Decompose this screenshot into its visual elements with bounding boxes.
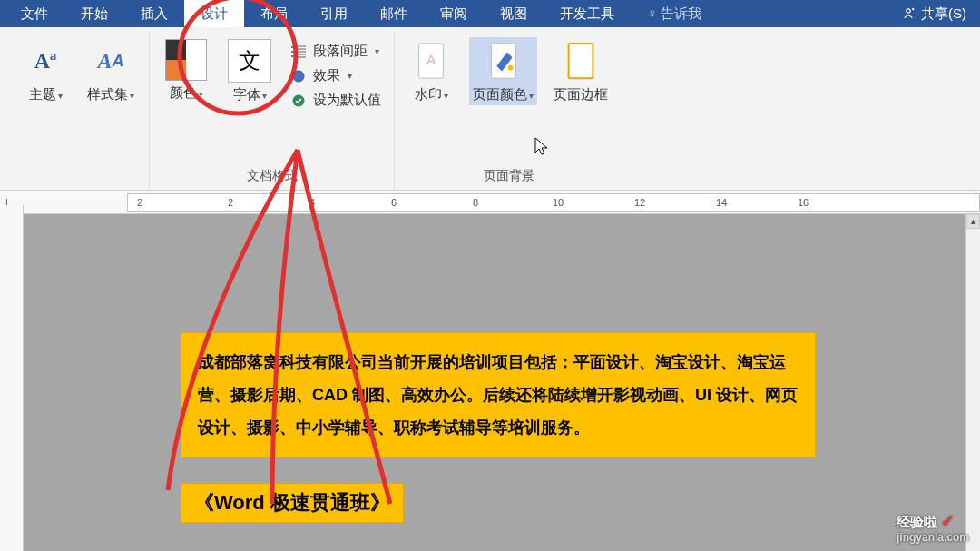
fonts-icon: 文	[228, 39, 271, 83]
check-icon: ✓	[941, 512, 955, 530]
share-icon	[901, 6, 916, 21]
svg-text:A: A	[426, 52, 436, 67]
paragraph-spacing-button[interactable]: 段落间距▾	[288, 41, 383, 62]
menu-layout[interactable]: 布局	[244, 0, 304, 27]
vertical-ruler[interactable]	[0, 205, 24, 551]
page-color-icon	[482, 39, 525, 83]
chevron-down-icon: ▾	[58, 91, 63, 101]
page-border-icon	[559, 39, 603, 83]
themes-icon: Aª	[24, 39, 67, 83]
group-page-bg-label: 页面背景	[484, 164, 534, 190]
svg-point-8	[507, 65, 513, 71]
menu-review[interactable]: 审阅	[424, 0, 484, 27]
paragraph-spacing-icon	[289, 44, 308, 60]
menu-home[interactable]: 开始	[64, 0, 124, 27]
lightbulb-icon: ♀	[647, 5, 657, 21]
document-page: 成都部落窝科技有限公司当前开展的培训项目包括：平面设计、淘宝设计、淘宝运营、摄影…	[162, 241, 834, 551]
horizontal-ruler-bar: L 2 2 4 6 8 10 12 14 16	[0, 191, 980, 214]
menu-design[interactable]: 设计	[184, 0, 244, 27]
menu-insert[interactable]: 插入	[124, 0, 184, 27]
set-default-button[interactable]: 设为默认值	[288, 90, 383, 111]
watermark-overlay: 经验啦 ✓ jingyanla.com	[897, 511, 969, 544]
document-area[interactable]: 成都部落窝科技有限公司当前开展的培训项目包括：平面设计、淘宝设计、淘宝运营、摄影…	[24, 214, 973, 551]
menu-tellme[interactable]: ♀ 告诉我	[631, 0, 718, 27]
menu-dev[interactable]: 开发工具	[544, 0, 631, 27]
stylesets-icon: AA	[89, 39, 132, 83]
chevron-down-icon: ▾	[130, 91, 134, 101]
svg-point-0	[906, 9, 910, 13]
scroll-up-icon[interactable]: ▲	[966, 214, 980, 229]
horizontal-ruler[interactable]: 2 2 4 6 8 10 12 14 16	[127, 193, 980, 212]
watermark-button[interactable]: A 水印▾	[406, 37, 456, 105]
chevron-down-icon: ▾	[444, 91, 448, 101]
group-doc-format-label: 文档格式	[247, 164, 298, 190]
svg-rect-9	[569, 44, 593, 78]
chevron-down-icon: ▾	[375, 46, 379, 56]
paragraph-2[interactable]: 《Word 极速贯通班》	[181, 483, 404, 523]
colors-icon	[165, 39, 207, 81]
themes-button[interactable]: Aª 主题▾	[20, 37, 71, 105]
chevron-down-icon: ▾	[262, 91, 267, 101]
svg-point-3	[293, 71, 304, 82]
menu-mail[interactable]: 邮件	[364, 0, 424, 27]
menu-view[interactable]: 视图	[484, 0, 544, 27]
fonts-button[interactable]: 文 字体▾	[224, 37, 275, 105]
effects-button[interactable]: 效果▾	[288, 65, 383, 86]
menu-references[interactable]: 引用	[304, 0, 364, 27]
page-border-button[interactable]: 页面边框	[550, 37, 612, 105]
check-circle-icon	[289, 93, 308, 109]
effects-icon	[289, 68, 308, 84]
stylesets-button[interactable]: AA 样式集▾	[83, 37, 138, 105]
watermark-icon: A	[409, 39, 453, 83]
chevron-down-icon: ▾	[348, 71, 352, 81]
chevron-down-icon: ▾	[199, 89, 203, 99]
menu-share[interactable]: 共享(S)	[901, 5, 975, 23]
page-color-button[interactable]: 页面颜色▾	[469, 37, 537, 105]
chevron-down-icon: ▾	[529, 91, 534, 101]
paragraph-1[interactable]: 成都部落窝科技有限公司当前开展的培训项目包括：平面设计、淘宝设计、淘宝运营、摄影…	[181, 332, 816, 458]
colors-button[interactable]: 颜色▾	[161, 37, 211, 103]
menu-file[interactable]: 文件	[5, 0, 64, 27]
vertical-scrollbar[interactable]: ▲	[965, 214, 980, 551]
